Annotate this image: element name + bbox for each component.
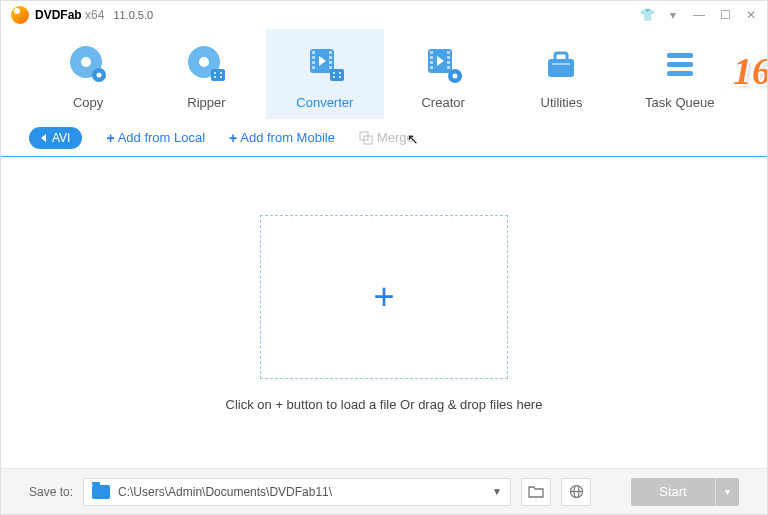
add-local-label: Add from Local xyxy=(118,130,205,145)
browse-folder-button[interactable] xyxy=(521,478,551,506)
svg-rect-38 xyxy=(552,63,570,65)
svg-point-35 xyxy=(453,73,458,78)
svg-rect-6 xyxy=(211,69,225,81)
folder-icon xyxy=(92,485,110,499)
svg-rect-15 xyxy=(312,66,315,69)
svg-point-23 xyxy=(333,76,335,78)
svg-point-10 xyxy=(220,76,222,78)
svg-rect-40 xyxy=(667,62,693,67)
add-mobile-label: Add from Mobile xyxy=(240,130,335,145)
svg-rect-33 xyxy=(447,66,450,69)
svg-point-9 xyxy=(214,76,216,78)
tab-creator[interactable]: Creator xyxy=(384,29,502,119)
minimize-icon[interactable]: — xyxy=(693,9,705,21)
merge-button: Merge ↖ xyxy=(359,130,414,145)
svg-point-24 xyxy=(339,76,341,78)
svg-point-3 xyxy=(97,72,102,77)
svg-point-8 xyxy=(220,72,222,74)
tab-label: Ripper xyxy=(187,95,225,110)
svg-rect-30 xyxy=(447,51,450,54)
titlebar: DVDFab x64 11.0.5.0 👕 ▾ — ☐ ✕ xyxy=(1,1,767,29)
app-name-text: DVDFab xyxy=(35,8,82,22)
svg-rect-29 xyxy=(430,66,433,69)
svg-rect-28 xyxy=(430,61,433,64)
shirt-icon[interactable]: 👕 xyxy=(641,9,653,21)
tab-task-queue[interactable]: Task Queue xyxy=(621,29,739,119)
app-logo-icon xyxy=(11,6,29,24)
close-icon[interactable]: ✕ xyxy=(745,9,757,21)
list-queue-icon xyxy=(659,43,701,85)
title-left: DVDFab x64 11.0.5.0 xyxy=(11,6,153,24)
add-from-local-button[interactable]: + Add from Local xyxy=(106,130,205,146)
app-version: 11.0.5.0 xyxy=(113,9,153,21)
svg-rect-20 xyxy=(330,69,344,81)
start-label: Start xyxy=(631,484,715,499)
svg-rect-14 xyxy=(312,61,315,64)
dropzone-hint: Click on + button to load a file Or drag… xyxy=(226,397,543,412)
disc-copy-icon xyxy=(67,43,109,85)
tab-label: Creator xyxy=(421,95,464,110)
svg-point-1 xyxy=(81,57,91,67)
plus-icon: + xyxy=(229,130,237,146)
format-label: AVI xyxy=(52,131,70,145)
caret-down-icon: ▼ xyxy=(492,486,502,497)
tab-label: Utilities xyxy=(541,95,583,110)
svg-rect-17 xyxy=(329,56,332,59)
save-to-label: Save to: xyxy=(29,485,73,499)
toolbox-icon xyxy=(540,43,582,85)
dropzone[interactable]: + xyxy=(260,215,508,379)
tab-label: Copy xyxy=(73,95,103,110)
merge-icon xyxy=(359,131,373,145)
svg-rect-41 xyxy=(667,71,693,76)
svg-rect-12 xyxy=(312,51,315,54)
start-dropdown[interactable]: ▾ xyxy=(715,478,739,506)
svg-point-21 xyxy=(333,72,335,74)
svg-point-22 xyxy=(339,72,341,74)
svg-rect-18 xyxy=(329,61,332,64)
web-button[interactable] xyxy=(561,478,591,506)
save-path-text: C:\Users\Admin\Documents\DVDFab11\ xyxy=(118,485,484,499)
svg-rect-13 xyxy=(312,56,315,59)
svg-rect-19 xyxy=(329,66,332,69)
tab-converter[interactable]: Converter xyxy=(266,29,384,119)
cursor-icon: ↖ xyxy=(407,131,419,147)
arrow-left-icon xyxy=(41,134,46,142)
tab-utilities[interactable]: Utilities xyxy=(502,29,620,119)
svg-rect-39 xyxy=(667,53,693,58)
app-arch: x64 xyxy=(85,8,104,22)
folder-outline-icon xyxy=(528,485,544,499)
window-controls: 👕 ▾ — ☐ ✕ xyxy=(641,9,757,21)
maximize-icon[interactable]: ☐ xyxy=(719,9,731,21)
tab-copy[interactable]: Copy xyxy=(29,29,147,119)
tab-label: Task Queue xyxy=(645,95,714,110)
film-creator-icon xyxy=(422,43,464,85)
start-button[interactable]: Start ▾ xyxy=(631,478,739,506)
tab-ripper[interactable]: Ripper xyxy=(147,29,265,119)
film-converter-icon xyxy=(304,43,346,85)
svg-rect-26 xyxy=(430,51,433,54)
svg-rect-32 xyxy=(447,61,450,64)
main-area: + Click on + button to load a file Or dr… xyxy=(1,157,767,469)
svg-rect-37 xyxy=(555,53,567,61)
svg-rect-16 xyxy=(329,51,332,54)
dropdown-icon[interactable]: ▾ xyxy=(667,9,679,21)
svg-rect-27 xyxy=(430,56,433,59)
save-path-selector[interactable]: C:\Users\Admin\Documents\DVDFab11\ ▼ xyxy=(83,478,511,506)
main-tabs: Copy Ripper Converter Creator Utilities … xyxy=(1,29,767,119)
footer: Save to: C:\Users\Admin\Documents\DVDFab… xyxy=(1,468,767,514)
svg-rect-31 xyxy=(447,56,450,59)
disc-ripper-icon xyxy=(185,43,227,85)
format-selector[interactable]: AVI xyxy=(29,127,82,149)
svg-point-5 xyxy=(199,57,209,67)
promo-badge: 16 xyxy=(733,49,768,93)
add-from-mobile-button[interactable]: + Add from Mobile xyxy=(229,130,335,146)
plus-icon: + xyxy=(106,130,114,146)
plus-add-icon: + xyxy=(373,276,394,318)
svg-point-7 xyxy=(214,72,216,74)
globe-icon xyxy=(569,484,584,499)
app-name: DVDFab x64 xyxy=(35,8,104,22)
tab-label: Converter xyxy=(296,95,353,110)
toolbar: AVI + Add from Local + Add from Mobile M… xyxy=(1,119,767,157)
